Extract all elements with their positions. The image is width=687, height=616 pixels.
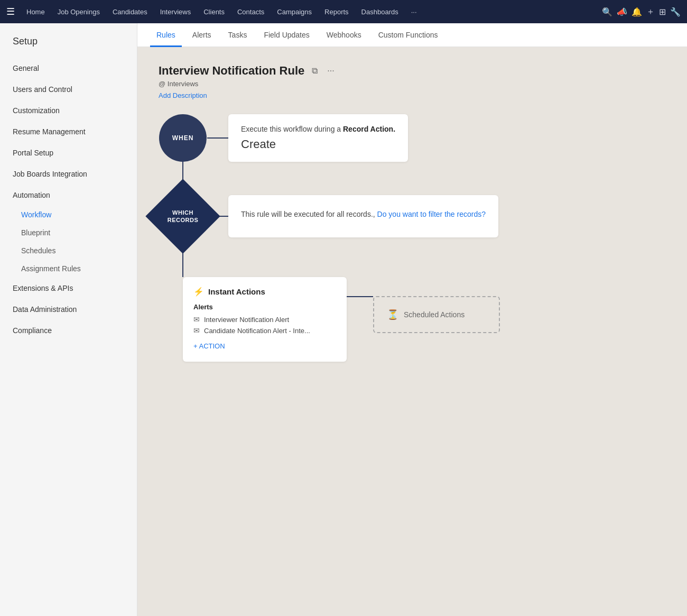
when-node[interactable]: WHEN: [159, 114, 207, 162]
nav-job-openings[interactable]: Job Openings: [52, 5, 105, 19]
main-layout: Setup General Users and Control Customiz…: [0, 23, 687, 616]
when-card[interactable]: Execute this workflow during a Record Ac…: [228, 114, 408, 162]
sidebar-item-resume-management[interactable]: Resume Management: [0, 121, 137, 142]
notification-icon[interactable]: 🔔: [632, 7, 642, 17]
nav-clients[interactable]: Clients: [198, 5, 230, 19]
announcement-icon[interactable]: 📣: [617, 7, 627, 17]
alerts-label: Alerts: [193, 303, 336, 311]
scheduled-actions-box[interactable]: ⏳ Scheduled Actions: [373, 296, 500, 333]
rule-title: Interview Notification Rule: [159, 64, 304, 78]
instant-actions-box: ⚡ Instant Actions Alerts ✉ Interviewer N…: [183, 277, 347, 362]
copy-button[interactable]: ⧉: [310, 65, 320, 77]
nav-interviews[interactable]: Interviews: [155, 5, 197, 19]
nav-reports[interactable]: Reports: [319, 5, 354, 19]
sidebar-item-schedules[interactable]: Schedules: [0, 242, 137, 260]
rule-title-row: Interview Notification Rule ⧉ ···: [159, 64, 666, 78]
search-icon[interactable]: 🔍: [602, 7, 612, 17]
tabs-bar: Rules Alerts Tasks Field Updates Webhook…: [137, 23, 687, 47]
nav-candidates[interactable]: Candidates: [107, 5, 153, 19]
alert-1-label: Interviewer Notification Alert: [204, 316, 289, 324]
top-navigation: ☰ Home Job Openings Candidates Interview…: [0, 0, 687, 23]
which-records-text: This rule will be executed for all recor…: [241, 210, 486, 218]
tab-tasks[interactable]: Tasks: [222, 23, 254, 47]
scheduled-actions-label: Scheduled Actions: [404, 310, 465, 319]
main-content: Rules Alerts Tasks Field Updates Webhook…: [137, 23, 687, 616]
menu-icon[interactable]: ☰: [6, 6, 15, 17]
email-icon-2: ✉: [193, 326, 200, 335]
content-area: Interview Notification Rule ⧉ ··· @ Inte…: [137, 47, 687, 616]
tab-field-updates[interactable]: Field Updates: [257, 23, 315, 47]
rule-header: Interview Notification Rule ⧉ ··· @ Inte…: [159, 64, 666, 99]
tab-alerts[interactable]: Alerts: [186, 23, 218, 47]
rule-context: @ Interviews: [159, 80, 666, 88]
tab-webhooks[interactable]: Webhooks: [320, 23, 368, 47]
instant-actions-header: ⚡ Instant Actions: [193, 287, 336, 297]
add-action-button[interactable]: + ACTION: [193, 342, 336, 350]
grid-icon[interactable]: ⊞: [659, 7, 666, 17]
tab-rules[interactable]: Rules: [150, 23, 182, 47]
nav-home[interactable]: Home: [21, 5, 50, 19]
sidebar-item-job-boards[interactable]: Job Boards Integration: [0, 163, 137, 185]
add-icon[interactable]: ＋: [646, 6, 655, 17]
sidebar-item-users-control[interactable]: Users and Control: [0, 79, 137, 100]
nav-contacts[interactable]: Contacts: [232, 5, 270, 19]
nav-campaigns[interactable]: Campaigns: [272, 5, 317, 19]
alert-item-1: ✉ Interviewer Notification Alert: [193, 315, 336, 324]
settings-icon[interactable]: 🔧: [670, 7, 681, 17]
nav-dashboards[interactable]: Dashboards: [356, 5, 404, 19]
v-connector-2: [182, 251, 183, 277]
which-records-card[interactable]: This rule will be executed for all recor…: [228, 195, 498, 237]
sidebar-item-assignment-rules[interactable]: Assignment Rules: [0, 260, 137, 278]
which-records-label: WHICHRECORDS: [168, 209, 199, 224]
sidebar-item-customization[interactable]: Customization: [0, 100, 137, 121]
instant-actions-label: Instant Actions: [208, 287, 265, 296]
workflow-diagram: WHEN Execute this workflow during a Reco…: [159, 114, 666, 362]
instant-actions-icon: ⚡: [193, 287, 204, 297]
sidebar-item-blueprint[interactable]: Blueprint: [0, 224, 137, 242]
which-records-diamond: WHICHRECORDS: [145, 179, 220, 253]
sidebar-item-automation[interactable]: Automation: [0, 185, 137, 206]
sidebar-title: Setup: [0, 36, 137, 58]
when-card-value: Create: [241, 137, 395, 151]
sidebar-item-extensions-apis[interactable]: Extensions & APIs: [0, 278, 137, 299]
email-icon-1: ✉: [193, 315, 200, 324]
sidebar-item-data-admin[interactable]: Data Administration: [0, 299, 137, 320]
add-description-link[interactable]: Add Description: [159, 91, 207, 99]
when-connector-h: [207, 137, 228, 139]
sidebar-item-compliance[interactable]: Compliance: [0, 320, 137, 341]
nav-more[interactable]: ···: [406, 5, 422, 19]
sidebar-item-general[interactable]: General: [0, 58, 137, 79]
sidebar-item-portal-setup[interactable]: Portal Setup: [0, 142, 137, 163]
more-options-button[interactable]: ···: [325, 65, 336, 77]
topnav-icons: 🔍 📣 🔔 ＋ ⊞ 🔧: [602, 6, 681, 17]
sidebar-item-workflow[interactable]: Workflow: [0, 206, 137, 224]
when-card-text: Execute this workflow during a Record Ac…: [241, 125, 395, 133]
hourglass-icon: ⏳: [387, 309, 398, 320]
sidebar: Setup General Users and Control Customiz…: [0, 23, 137, 616]
alert-2-label: Candidate Notification Alert - Inte...: [204, 327, 310, 335]
alert-item-2: ✉ Candidate Notification Alert - Inte...: [193, 326, 336, 335]
actions-connector-h: [347, 296, 373, 297]
when-node-label: WHEN: [172, 134, 194, 142]
tab-custom-functions[interactable]: Custom Functions: [372, 23, 444, 47]
filter-records-link[interactable]: Do you want to filter the records?: [377, 210, 486, 218]
which-records-node[interactable]: WHICHRECORDS: [151, 185, 215, 248]
